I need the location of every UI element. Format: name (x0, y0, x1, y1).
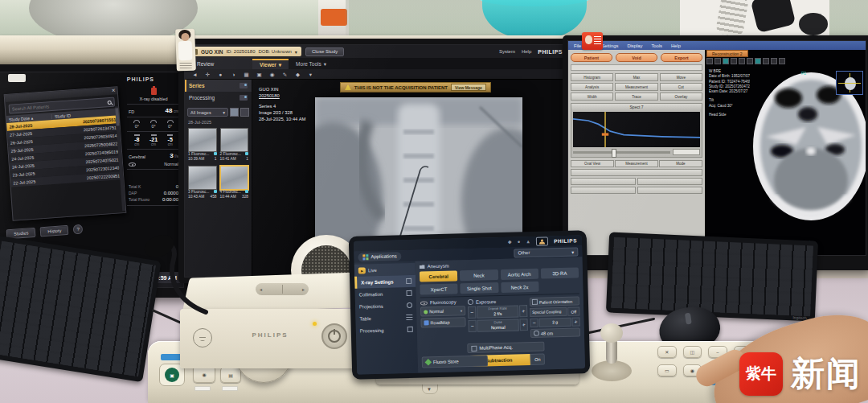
help-button[interactable]: ? (73, 224, 84, 235)
close-study-button[interactable]: Close Study (305, 47, 344, 56)
tab-mode[interactable]: Mode (659, 160, 702, 167)
coupling-state[interactable]: Off (567, 306, 579, 315)
thumbnail[interactable]: 2 Fluorosc... 10:41 AM1 (220, 128, 249, 162)
histogram-graph[interactable] (573, 112, 700, 147)
fov-button[interactable]: 48 cm (530, 327, 580, 338)
protocol-neck-2x[interactable]: Neck 2x (501, 282, 539, 293)
help-menu[interactable]: Help (522, 49, 531, 54)
roadmap-button[interactable]: RoadMap (420, 317, 465, 327)
toolbar-icon[interactable] (779, 58, 785, 64)
sidebar-item-processing[interactable]: Processing (356, 323, 417, 337)
rotate-icon[interactable]: ▲ (526, 236, 530, 247)
menu-help[interactable]: Help (671, 43, 681, 48)
snapshot-icon[interactable]: ◉ (268, 71, 276, 78)
void-button[interactable]: Void (616, 53, 657, 62)
tab-processing[interactable]: Processing (185, 92, 252, 104)
tool-button[interactable]: Overlay (660, 93, 702, 101)
toolbar-icon[interactable] (723, 58, 729, 64)
all-images-dropdown[interactable]: All Images▾ (187, 108, 228, 117)
toolbar-icon[interactable] (763, 58, 769, 64)
protocol-xperct[interactable]: XperCT (420, 283, 458, 294)
tab-measurement[interactable]: Measurement (615, 160, 658, 167)
plus-button[interactable]: + (571, 317, 579, 326)
tool-button[interactable]: Cut (660, 83, 702, 91)
menu-tools[interactable]: Tools (651, 43, 662, 48)
toolbar-icon[interactable] (755, 58, 761, 64)
tool-button[interactable]: Histogram (571, 73, 613, 81)
cursor-tool-icon[interactable]: ◄ (191, 71, 199, 78)
protocol-aortic-arch[interactable]: Aortic Arch (500, 269, 538, 280)
value-field[interactable] (571, 64, 702, 71)
preset-dropdown[interactable] (673, 149, 700, 155)
minus-button[interactable]: − (468, 320, 476, 332)
export-button[interactable]: Export (661, 53, 702, 62)
menu-display[interactable]: Display (627, 43, 642, 48)
protocol-single-shot[interactable]: Single Shot (461, 282, 499, 294)
toolbar-icon[interactable] (739, 58, 745, 64)
tab-more-tools[interactable]: More Tools▾ (289, 59, 334, 69)
patient-banner[interactable]: GUO XIN ID: 20250180 DOB: Unknown ▾ (188, 47, 301, 56)
cine-icon[interactable]: ▣ (256, 71, 263, 78)
tool-button[interactable]: Measurement (615, 83, 657, 91)
grid-view-button[interactable] (230, 108, 239, 117)
protocol-cerebral[interactable]: Cerebral (420, 270, 458, 282)
fluoro-store-button[interactable]: Fluoro Store (422, 355, 488, 368)
plus-button[interactable]: + (519, 305, 527, 317)
toolbar-icon[interactable] (706, 58, 713, 64)
annotate-icon[interactable]: ✎ (281, 71, 289, 78)
close-icon[interactable]: ✕ (111, 87, 116, 94)
protocol-neck[interactable]: Neck (460, 269, 498, 281)
history-button[interactable]: History (40, 225, 69, 236)
thumbnail-image[interactable] (188, 166, 217, 190)
toolbar-icon[interactable] (771, 58, 777, 64)
thumbnail-selected[interactable]: 4 Fluorosc... 10:44 AM328 (220, 166, 249, 199)
panel-button[interactable] (637, 178, 702, 185)
toolbar-icon[interactable] (731, 58, 737, 64)
fluoro-flavor-dropdown[interactable]: Normal▾ (420, 306, 465, 316)
transfer-icon[interactable]: ◆ (508, 237, 512, 248)
layout-icon[interactable]: ▦ (243, 71, 250, 78)
menu-file[interactable]: File (574, 43, 581, 48)
slice-navigator[interactable] (836, 71, 863, 95)
minus-button[interactable]: − (530, 319, 538, 327)
panel-button[interactable] (571, 169, 702, 176)
thumbnail[interactable]: 3 Fluorosc... 10:43 AM458 (188, 166, 217, 199)
thumbnail-image[interactable] (220, 166, 249, 190)
panel-button[interactable] (637, 187, 702, 194)
multiphase-button[interactable]: MultiPhase Acq. (467, 342, 544, 354)
dose-value[interactable]: DoseNormal (477, 319, 518, 331)
system-menu[interactable]: System (499, 49, 515, 54)
tab-viewer[interactable]: Viewer▾ (252, 59, 289, 69)
frame-rate-value[interactable]: Frame Rate2 f/s (477, 305, 518, 318)
window-level-icon[interactable]: ◑ (230, 71, 237, 78)
tab-oval-view[interactable]: Oval View (571, 160, 614, 167)
applications-button[interactable]: Applications (358, 252, 402, 261)
plus-button[interactable]: + (519, 319, 527, 331)
toolbar-icon[interactable] (714, 58, 721, 64)
patient-orientation-button[interactable]: Patient Orientation (530, 296, 579, 306)
list-view-button[interactable] (240, 108, 249, 117)
beam-value[interactable]: 2 g (538, 318, 571, 327)
alert-icon[interactable]: ● (517, 236, 520, 247)
tool-button[interactable]: Analysis (571, 83, 613, 91)
thumbnail-image[interactable] (220, 128, 249, 152)
ct-viewport[interactable]: Reconstruction 2 W BRE Date of Birth: 19… (705, 50, 866, 255)
tool-button[interactable]: Trace (615, 93, 657, 101)
tool-button[interactable]: Move (660, 73, 702, 81)
patient-profile-icon[interactable] (536, 236, 548, 245)
toolbar-icon[interactable] (747, 58, 753, 64)
more-icon[interactable]: ▾ (307, 71, 314, 78)
thumbnail[interactable]: 1 Fluorosc... 10:39 AM1 (188, 128, 217, 162)
tool-button[interactable]: Width (571, 93, 613, 101)
zoom-tool-icon[interactable]: ● (217, 71, 224, 78)
flag-icon[interactable]: ◆ (294, 71, 301, 78)
other-dropdown[interactable]: Other▾ (514, 247, 578, 257)
panel-button[interactable] (571, 187, 636, 194)
minus-button[interactable]: − (468, 306, 476, 319)
protocol-3dra[interactable]: 3D-RA (541, 267, 579, 278)
tab-series[interactable]: Series (185, 80, 252, 92)
special-coupling-label[interactable]: Special Coupling (530, 307, 567, 317)
patient-button[interactable]: Patient (571, 53, 612, 62)
thumbnail-image[interactable] (188, 128, 217, 152)
window-title-tab[interactable]: Reconstruction 2 (706, 50, 748, 57)
